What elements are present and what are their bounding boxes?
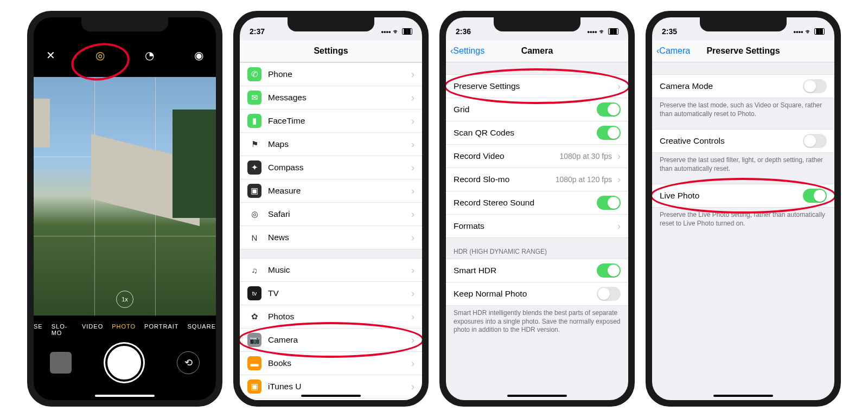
mode-photo[interactable]: PHOTO: [112, 323, 136, 336]
cell-label: Smart HDR: [454, 266, 496, 275]
toggle-creative-controls[interactable]: [803, 134, 827, 148]
detail-text: 1080p at 30 fps: [559, 152, 612, 160]
live-photo-icon[interactable]: ◎: [92, 49, 108, 62]
cell-record-slo-mo[interactable]: Record Slo-mo1080p at 120 fps›: [446, 168, 628, 191]
cell-game-center[interactable]: ✦Game Center›: [240, 398, 422, 400]
cell-label: Preserve Settings: [454, 81, 520, 91]
chevron-icon: ›: [411, 335, 414, 346]
toggle-live-photo[interactable]: [803, 189, 827, 203]
cell-label: Books: [268, 358, 291, 368]
cell-label: Messages: [268, 93, 307, 102]
mode-se[interactable]: SE: [34, 323, 43, 336]
cell-facetime[interactable]: ▮FaceTime›: [240, 110, 422, 133]
chevron-icon: ›: [411, 232, 414, 243]
group-footer: Preserve the last used filter, light, or…: [652, 153, 834, 175]
back-button[interactable]: ‹ Camera: [656, 46, 690, 56]
toggle-smart-hdr[interactable]: [597, 263, 621, 278]
cell-label: Camera: [268, 335, 298, 345]
filter-icon[interactable]: ◉: [191, 49, 207, 62]
chevron-icon: ›: [411, 185, 414, 197]
cell-label: Scan QR Codes: [454, 128, 514, 138]
cell-news[interactable]: NNews›: [240, 226, 422, 249]
cell-photos[interactable]: ✿Photos›: [240, 305, 422, 329]
group-footer: Smart HDR intelligently blends the best …: [446, 306, 628, 337]
phone-settings: 2:37 •••• ᯤ ██ Settings ✆Phone›✉Messages…: [233, 11, 429, 407]
music-icon: ♫: [247, 263, 261, 277]
camera-modes[interactable]: SE SLO-MO VIDEO PHOTO PORTRAIT SQUARE: [34, 316, 216, 344]
cell-live-photo[interactable]: Live Photo: [652, 184, 834, 208]
cell-books[interactable]: ▬Books›: [240, 352, 422, 375]
cell-label: Live Photo: [660, 191, 699, 201]
cell-label: Record Stereo Sound: [454, 198, 534, 208]
nav-bar: Settings: [240, 40, 422, 62]
toggle-scan-qr-codes[interactable]: [597, 126, 621, 140]
cell-scan-qr-codes[interactable]: Scan QR Codes: [446, 121, 628, 145]
chevron-icon: ›: [411, 358, 414, 369]
mode-portrait[interactable]: PORTRAIT: [144, 323, 178, 336]
chevron-icon: ›: [411, 92, 414, 104]
cell-camera-mode[interactable]: Camera Mode: [652, 74, 834, 98]
cell-phone[interactable]: ✆Phone›: [240, 62, 422, 86]
chevron-icon: ›: [617, 174, 621, 185]
cell-label: Photos: [268, 312, 294, 321]
back-button[interactable]: ‹ Settings: [450, 46, 484, 56]
cell-formats[interactable]: Formats›: [446, 215, 628, 238]
cell-maps[interactable]: ⚑Maps›: [240, 133, 422, 156]
cell-keep-normal-photo[interactable]: Keep Normal Photo: [446, 282, 628, 306]
chevron-icon: ›: [411, 69, 414, 80]
status-icons: •••• ᯤ ██: [587, 28, 618, 36]
cell-smart-hdr[interactable]: Smart HDR: [446, 259, 628, 282]
cell-record-stereo-sound[interactable]: Record Stereo Sound: [446, 191, 628, 215]
zoom-badge[interactable]: 1x: [116, 291, 133, 308]
cell-preserve-settings[interactable]: Preserve Settings›: [446, 74, 628, 98]
cell-label: FaceTime: [268, 116, 305, 126]
cell-label: Grid: [454, 105, 469, 114]
group-footer: Preserve the Live Photo setting, rather …: [652, 208, 834, 230]
group-footer: Preserve the last mode, such as Video or…: [652, 98, 834, 120]
flip-camera-icon[interactable]: ⟲: [177, 351, 200, 374]
mode-slomo[interactable]: SLO-MO: [52, 323, 73, 336]
toggle-record-stereo-sound[interactable]: [597, 196, 621, 210]
news-icon: N: [247, 230, 261, 245]
cell-camera[interactable]: 📷Camera›: [240, 329, 422, 352]
group-header: HDR (HIGH DYNAMIC RANGE): [446, 238, 628, 259]
shutter-button[interactable]: [105, 344, 143, 382]
cell-compass[interactable]: ✦Compass›: [240, 156, 422, 179]
photos-icon: ✿: [247, 310, 261, 324]
status-icons: •••• ᯤ ██: [381, 28, 412, 36]
phone-camera-settings: 2:36 •••• ᯤ ██ ‹ Settings Camera Preserv…: [439, 11, 635, 407]
chevron-icon: ›: [411, 115, 414, 127]
viewfinder[interactable]: 1x: [34, 77, 216, 316]
cell-measure[interactable]: ▣Measure›: [240, 179, 422, 203]
measure-icon: ▣: [247, 184, 261, 198]
toggle-keep-normal-photo[interactable]: [597, 287, 621, 301]
chevron-icon: ›: [617, 81, 621, 92]
cell-safari[interactable]: ◎Safari›: [240, 203, 422, 226]
cell-grid[interactable]: Grid: [446, 98, 628, 121]
page-title: Preserve Settings: [706, 46, 780, 56]
cell-label: Creative Controls: [660, 136, 725, 146]
chevron-icon: ›: [411, 311, 414, 323]
cell-creative-controls[interactable]: Creative Controls: [652, 129, 834, 153]
mode-square[interactable]: SQUARE: [188, 323, 216, 336]
cell-label: Keep Normal Photo: [454, 289, 527, 299]
cell-music[interactable]: ♫Music›: [240, 258, 422, 282]
chevron-icon: ›: [411, 265, 414, 276]
messages-icon: ✉: [247, 91, 261, 105]
toggle-camera-mode[interactable]: [803, 79, 827, 93]
cell-messages[interactable]: ✉Messages›: [240, 86, 422, 110]
mode-video[interactable]: VIDEO: [82, 323, 103, 336]
toggle-grid[interactable]: [597, 102, 621, 117]
last-photo-thumb[interactable]: [50, 352, 72, 374]
nav-bar: ‹ Settings Camera: [446, 40, 628, 62]
detail-text: 1080p at 120 fps: [556, 175, 612, 184]
timer-icon[interactable]: ◔: [142, 49, 158, 62]
chevron-icon: ›: [411, 288, 414, 299]
cell-record-video[interactable]: Record Video1080p at 30 fps›: [446, 145, 628, 168]
cell-label: iTunes U: [268, 382, 301, 391]
flash-icon[interactable]: ✕: [42, 49, 59, 62]
compass-icon: ✦: [247, 160, 261, 175]
cell-tv[interactable]: tvTV›: [240, 282, 422, 305]
page-title: Settings: [314, 46, 348, 56]
chevron-icon: ›: [411, 139, 414, 150]
